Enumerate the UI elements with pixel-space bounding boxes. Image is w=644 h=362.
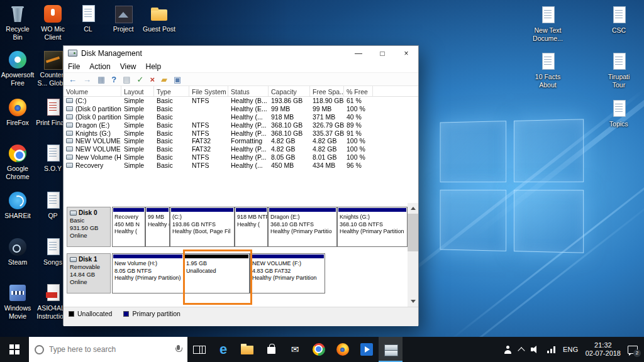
menu-item[interactable]: Action [89,62,110,71]
search-input[interactable] [49,345,169,354]
column-header[interactable]: % Free [344,86,373,96]
column-header[interactable]: Capacity [269,86,310,96]
properties-icon[interactable]: ▣ [174,75,181,84]
scrollbar-thumb[interactable] [408,214,418,251]
desktop-icon-image [609,5,629,25]
disk-0-label[interactable]: Disk 0 Basic 931.50 GB Online [67,207,111,247]
partition-block[interactable]: New Volume (H:) 8.05 GB NTFS Healthy (Pr… [112,253,184,293]
titlebar[interactable]: Disk Management — □ × [64,46,418,60]
delete-volume-icon[interactable]: × [150,75,155,84]
volume-row[interactable]: Recovery Simple Basic NTFS Healthy (... … [64,161,418,169]
show-console-tree-icon[interactable]: ▦ [97,75,105,84]
desktop-icon-topics[interactable]: Topics [602,99,636,128]
volume-row[interactable]: New Volume (H:) Simple Basic NTFS Health… [64,153,418,162]
partition-block[interactable]: Knights (G:) 368.10 GB NTFS Healthy (Pri… [337,207,408,247]
cortana-icon [35,345,44,354]
volume-list: VolumeLayoutTypeFile SystemStatusCapacit… [64,86,418,203]
volume-icon [66,114,73,119]
taskbar-search[interactable] [29,337,187,362]
legend-item: Primary partition [123,310,180,317]
column-header[interactable]: Layout [121,86,154,96]
partition-block[interactable]: 918 MB NTF Healthy ( [235,207,268,247]
people-icon[interactable] [504,346,512,354]
volume-list-header: VolumeLayoutTypeFile SystemStatusCapacit… [64,86,418,97]
partition-block[interactable]: Dragon (E:) 368.10 GB NTFS Healthy (Prim… [268,207,337,247]
system-tray: ENG 21:32 02-07-2018 2 [504,337,644,362]
store-icon[interactable] [259,337,283,362]
volume-row[interactable]: (Disk 0 partition 5) Simple Basic Health… [64,113,418,121]
volume-row[interactable]: Dragon (E:) Simple Basic NTFS Healthy (P… [64,121,418,129]
volume-row[interactable]: Knights (G:) Simple Basic NTFS Healthy (… [64,129,418,137]
back-icon[interactable]: ← [69,75,77,84]
desktop-icon-tirupati-tour[interactable]: Tirupati Tour [602,52,636,89]
desktop-icon-wo-mic-client[interactable]: WO Mic Client [36,4,70,41]
volume-row[interactable]: (C:) Simple Basic NTFS Healthy (B... 193… [64,97,418,105]
desktop-icon-label: 10 Facts About Apple [531,73,565,89]
column-header[interactable]: Free Spa... [310,86,344,96]
desktop-icon-windows-movie-maker[interactable]: Windows Movie Maker [1,283,35,321]
scroll-down-button[interactable] [408,296,418,307]
volume-row[interactable]: NEW VOLUME (F:) Simple Basic FAT32 Healt… [64,145,418,153]
desktop-icon-label: FireFox [1,119,35,127]
edge-icon[interactable]: e [211,337,235,362]
disk-icon [70,257,77,262]
menu-item[interactable]: File [68,62,80,71]
menu-item[interactable]: View [120,62,136,71]
disk-management-icon[interactable] [379,337,402,362]
desktop-icon-label: CSC [602,26,636,35]
movies-icon[interactable] [355,337,379,362]
vertical-scrollbar[interactable] [408,203,418,307]
desktop-icon-steam[interactable]: Steam [1,237,35,266]
partition-block[interactable]: 99 MB Healthy ( [145,207,170,247]
desktop-icon-apowersoft[interactable]: Apowersoft Free Scre... [1,50,35,87]
desktop-icon-cl[interactable]: CL [71,4,105,33]
help-icon[interactable]: ? [111,75,116,84]
mail-icon[interactable]: ✉ [283,337,307,362]
network-icon[interactable] [547,346,556,353]
microphone-icon[interactable] [174,344,182,354]
column-header[interactable]: File System [189,86,228,96]
scroll-up-button[interactable] [408,203,418,214]
check-disk-icon[interactable]: ✓ [137,75,144,84]
desktop-icon-firefox[interactable]: FireFox [1,97,35,127]
forward-icon[interactable]: → [83,75,91,84]
column-header[interactable]: Type [154,86,189,96]
column-header[interactable]: Volume [64,86,121,96]
column-header[interactable]: Status [228,86,269,96]
volume-row[interactable]: (Disk 0 partition 2) Simple Basic Health… [64,105,418,113]
desktop-icon-new-text-document[interactable]: New Text Docume... [531,5,565,42]
desktop-icon-guest-post[interactable]: Guest Post [142,4,176,33]
partition-block[interactable]: Recovery 450 MB N Healthy ( [112,207,145,247]
tray-expand-icon[interactable] [518,347,525,354]
disk-icon [70,211,77,216]
desktop-icon-project[interactable]: Project [106,4,140,33]
task-view-icon[interactable] [187,337,211,362]
desktop-icon-10-facts-about-apple[interactable]: 10 Facts About Apple [531,52,565,89]
menu-item[interactable]: Help [146,62,162,71]
open-folder-icon[interactable]: ▰ [161,75,167,84]
start-button[interactable] [0,337,29,362]
clock[interactable]: 21:32 02-07-2018 [586,341,621,358]
language-indicator[interactable]: ENG [563,346,579,353]
desktop-icon-shareit[interactable]: SHAREit [1,190,35,220]
partition-block[interactable]: (C:) 193.86 GB NTFS Healthy (Boot, Page … [170,207,235,247]
close-button[interactable]: × [394,46,418,60]
disk-1-label[interactable]: Disk 1 Removable 14.84 GB Online [67,253,111,293]
desktop-icon-csc[interactable]: CSC [602,5,636,35]
desktop-icon-label: CL [71,25,105,33]
firefox-icon[interactable] [331,337,355,362]
disk-1-status: Online [70,278,108,286]
desktop-icon-image [43,143,63,163]
volume-row[interactable]: NEW VOLUME Simple Basic FAT32 Formatting… [64,137,418,145]
minimize-button[interactable]: — [347,46,370,60]
desktop-icon-label: Windows Movie Maker [1,304,35,321]
partition-block[interactable]: NEW VOLUME (F:) 4.83 GB FAT32 Healthy (P… [250,253,325,293]
action-center-icon[interactable]: 2 [628,346,638,354]
chrome-icon[interactable] [307,337,331,362]
desktop-icon-recycle-bin[interactable]: Recycle Bin [1,4,35,41]
maximize-button[interactable]: □ [370,46,394,60]
volume-icon[interactable] [531,346,540,353]
export-list-icon[interactable]: ▤ [123,75,130,84]
desktop-icon-google-chrome[interactable]: Google Chrome [1,143,35,180]
file-explorer-icon[interactable] [235,337,259,362]
